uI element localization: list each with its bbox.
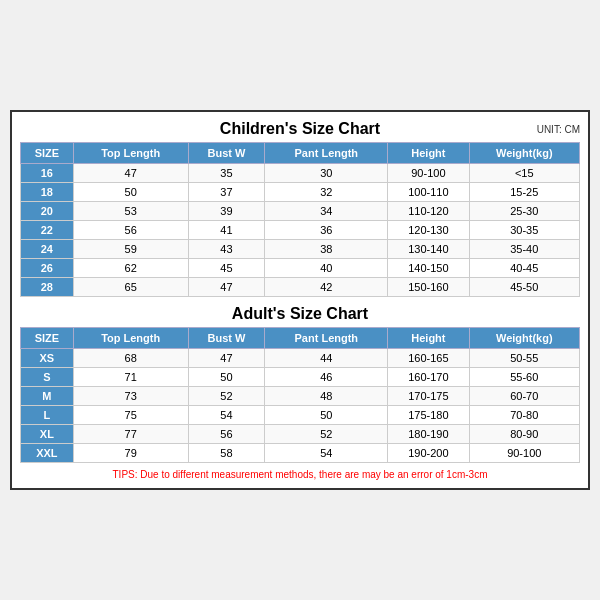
- data-cell: 36: [265, 221, 388, 240]
- data-cell: 35: [188, 164, 265, 183]
- data-cell: 70-80: [469, 406, 579, 425]
- children-header-row: SIZE Top Length Bust W Pant Length Heigh…: [21, 143, 580, 164]
- data-cell: 75: [73, 406, 188, 425]
- data-cell: 55-60: [469, 368, 579, 387]
- header-size: SIZE: [21, 143, 74, 164]
- data-cell: 50-55: [469, 349, 579, 368]
- table-row: S715046160-17055-60: [21, 368, 580, 387]
- children-table: SIZE Top Length Bust W Pant Length Heigh…: [20, 142, 580, 297]
- data-cell: 52: [188, 387, 265, 406]
- data-cell: 46: [265, 368, 388, 387]
- data-cell: 47: [188, 349, 265, 368]
- data-cell: 50: [73, 183, 188, 202]
- data-cell: 60-70: [469, 387, 579, 406]
- data-cell: 30: [265, 164, 388, 183]
- data-cell: 110-120: [388, 202, 469, 221]
- table-row: XXL795854190-20090-100: [21, 444, 580, 463]
- header-weight: Weight(kg): [469, 143, 579, 164]
- data-cell: 120-130: [388, 221, 469, 240]
- data-cell: 160-165: [388, 349, 469, 368]
- data-cell: 56: [188, 425, 265, 444]
- header-height: Height: [388, 143, 469, 164]
- data-cell: 41: [188, 221, 265, 240]
- data-cell: 71: [73, 368, 188, 387]
- size-cell: XS: [21, 349, 74, 368]
- size-cell: 22: [21, 221, 74, 240]
- children-title-row: Children's Size Chart UNIT: CM: [20, 120, 580, 138]
- data-cell: 52: [265, 425, 388, 444]
- adult-table: SIZE Top Length Bust W Pant Length Heigh…: [20, 327, 580, 463]
- data-cell: 38: [265, 240, 388, 259]
- data-cell: 42: [265, 278, 388, 297]
- data-cell: 54: [188, 406, 265, 425]
- data-cell: 53: [73, 202, 188, 221]
- header-bust-w: Bust W: [188, 143, 265, 164]
- data-cell: 59: [73, 240, 188, 259]
- data-cell: 43: [188, 240, 265, 259]
- table-row: M735248170-17560-70: [21, 387, 580, 406]
- adult-title: Adult's Size Chart: [232, 305, 368, 323]
- header-top-length: Top Length: [73, 143, 188, 164]
- data-cell: 37: [188, 183, 265, 202]
- size-cell: 28: [21, 278, 74, 297]
- data-cell: 80-90: [469, 425, 579, 444]
- data-cell: 44: [265, 349, 388, 368]
- data-cell: 34: [265, 202, 388, 221]
- size-cell: S: [21, 368, 74, 387]
- data-cell: 56: [73, 221, 188, 240]
- data-cell: 140-150: [388, 259, 469, 278]
- data-cell: 45: [188, 259, 265, 278]
- data-cell: 40: [265, 259, 388, 278]
- data-cell: 40-45: [469, 259, 579, 278]
- table-row: XS684744160-16550-55: [21, 349, 580, 368]
- data-cell: 32: [265, 183, 388, 202]
- adult-header-row: SIZE Top Length Bust W Pant Length Heigh…: [21, 328, 580, 349]
- size-cell: XXL: [21, 444, 74, 463]
- data-cell: <15: [469, 164, 579, 183]
- data-cell: 47: [73, 164, 188, 183]
- data-cell: 160-170: [388, 368, 469, 387]
- header-pant-length: Pant Length: [265, 143, 388, 164]
- size-cell: 20: [21, 202, 74, 221]
- data-cell: 100-110: [388, 183, 469, 202]
- unit-label: UNIT: CM: [537, 124, 580, 135]
- data-cell: 48: [265, 387, 388, 406]
- data-cell: 45-50: [469, 278, 579, 297]
- data-cell: 47: [188, 278, 265, 297]
- data-cell: 39: [188, 202, 265, 221]
- data-cell: 15-25: [469, 183, 579, 202]
- adult-header-size: SIZE: [21, 328, 74, 349]
- data-cell: 50: [265, 406, 388, 425]
- data-cell: 58: [188, 444, 265, 463]
- data-cell: 175-180: [388, 406, 469, 425]
- data-cell: 50: [188, 368, 265, 387]
- tips-text: TIPS: Due to different measurement metho…: [20, 469, 580, 480]
- adult-header-height: Height: [388, 328, 469, 349]
- chart-container: Children's Size Chart UNIT: CM SIZE Top …: [10, 110, 590, 490]
- table-row: 28654742150-16045-50: [21, 278, 580, 297]
- data-cell: 30-35: [469, 221, 579, 240]
- adult-header-weight: Weight(kg): [469, 328, 579, 349]
- size-cell: 24: [21, 240, 74, 259]
- data-cell: 79: [73, 444, 188, 463]
- table-row: L755450175-18070-80: [21, 406, 580, 425]
- data-cell: 35-40: [469, 240, 579, 259]
- size-cell: 16: [21, 164, 74, 183]
- data-cell: 73: [73, 387, 188, 406]
- adult-header-pant-length: Pant Length: [265, 328, 388, 349]
- data-cell: 170-175: [388, 387, 469, 406]
- adult-title-row: Adult's Size Chart: [20, 305, 580, 323]
- data-cell: 150-160: [388, 278, 469, 297]
- table-row: 18503732100-11015-25: [21, 183, 580, 202]
- data-cell: 90-100: [388, 164, 469, 183]
- size-cell: M: [21, 387, 74, 406]
- data-cell: 54: [265, 444, 388, 463]
- table-row: XL775652180-19080-90: [21, 425, 580, 444]
- data-cell: 68: [73, 349, 188, 368]
- data-cell: 25-30: [469, 202, 579, 221]
- data-cell: 130-140: [388, 240, 469, 259]
- table-row: 26624540140-15040-45: [21, 259, 580, 278]
- children-title: Children's Size Chart: [220, 120, 380, 138]
- size-cell: XL: [21, 425, 74, 444]
- data-cell: 65: [73, 278, 188, 297]
